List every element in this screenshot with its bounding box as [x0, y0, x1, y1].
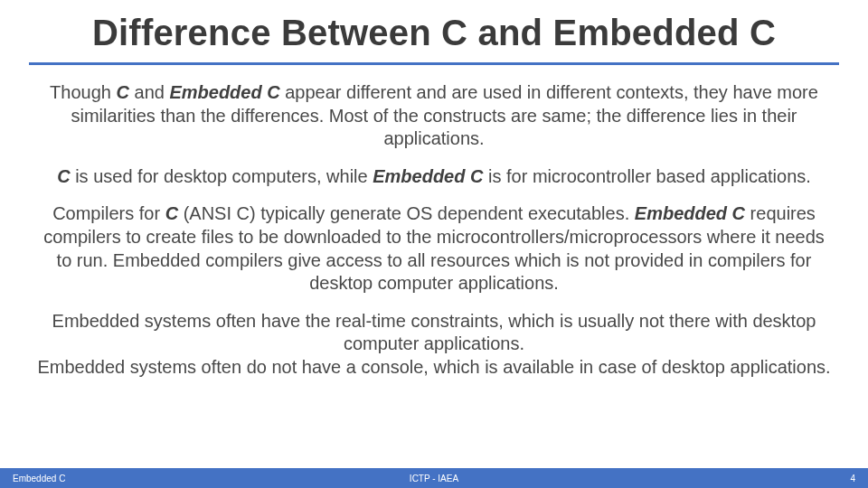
footer-center: ICTP - IAEA — [410, 474, 458, 483]
footer-bar: Embedded C ICTP - IAEA 4 — [0, 468, 868, 488]
text: and — [129, 82, 169, 102]
text: Compilers for — [52, 203, 165, 223]
footer-left: Embedded C — [13, 474, 65, 483]
paragraph-group-4-5: Embedded systems often have the real-tim… — [27, 310, 841, 380]
bold-embedded-c: Embedded C — [169, 82, 279, 102]
bold-embedded-c: Embedded C — [373, 166, 483, 186]
paragraph-5: Embedded systems often do not have a con… — [27, 356, 841, 380]
text: is for microcontroller based application… — [483, 166, 810, 186]
divider — [29, 62, 839, 65]
text: is used for desktop computers, while — [71, 166, 373, 186]
bold-c: C — [165, 203, 178, 223]
paragraph-2: C is used for desktop computers, while E… — [27, 165, 841, 189]
content-area: Though C and Embedded C appear different… — [27, 81, 841, 380]
paragraph-3: Compilers for C (ANSI C) typically gener… — [27, 202, 841, 295]
paragraph-1: Though C and Embedded C appear different… — [27, 81, 841, 151]
slide: Difference Between C and Embedded C Thou… — [0, 0, 868, 488]
paragraph-4: Embedded systems often have the real-tim… — [27, 310, 841, 356]
bold-c: C — [57, 166, 70, 186]
slide-number: 4 — [850, 474, 855, 483]
text: Though — [50, 82, 116, 102]
bold-c: C — [117, 82, 129, 102]
slide-title: Difference Between C and Embedded C — [27, 13, 841, 59]
text: (ANSI C) typically generate OS dependent… — [178, 203, 635, 223]
bold-embedded-c: Embedded C — [635, 203, 745, 223]
